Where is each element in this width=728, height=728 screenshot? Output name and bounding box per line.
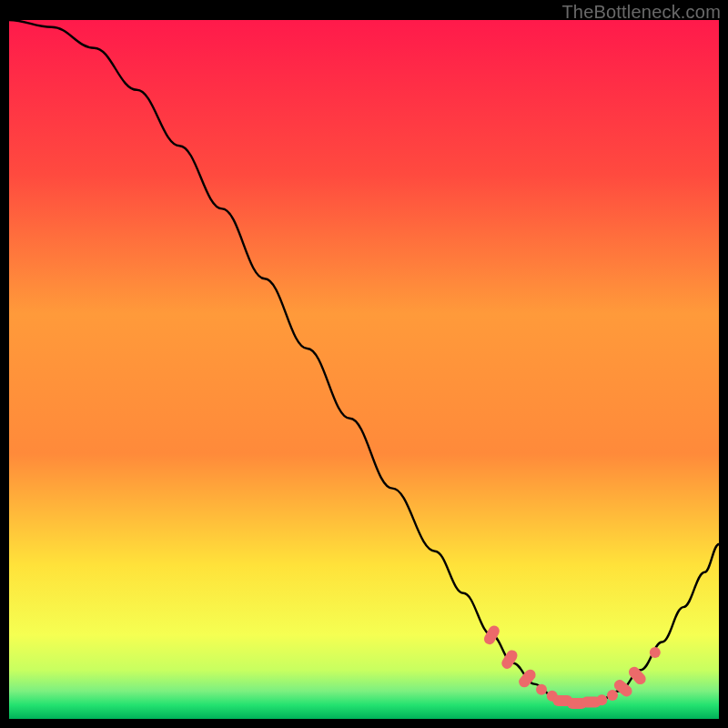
marker-dot	[536, 684, 547, 695]
chart-frame: TheBottleneck.com	[0, 0, 728, 728]
gradient-background	[9, 20, 719, 719]
marker-dot	[596, 694, 607, 705]
watermark-text: TheBottleneck.com	[561, 2, 721, 23]
chart-svg	[9, 20, 719, 719]
marker-dot	[650, 647, 661, 658]
plot-area	[9, 20, 719, 719]
marker-dot	[607, 690, 618, 701]
